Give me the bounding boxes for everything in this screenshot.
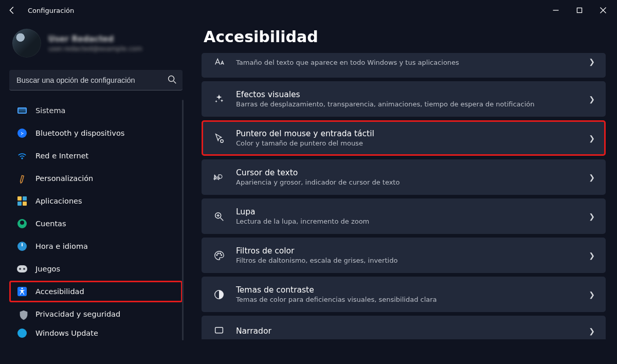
palette-icon (212, 249, 226, 262)
svg-point-7 (221, 139, 224, 142)
svg-point-14 (217, 252, 219, 253)
card-title: Efectos visuales (236, 90, 578, 99)
card-cursor-texto[interactable]: Ab Cursor de texto Apariencia y grosor, … (202, 159, 606, 195)
mouse-pointer-icon (212, 132, 226, 145)
sidebar-item-sistema[interactable]: Sistema (9, 100, 183, 121)
sidebar-item-label: Personalización (35, 174, 93, 183)
sidebar-item-label: Juegos (35, 265, 60, 273)
sparkle-icon (212, 93, 226, 106)
gamepad-icon (17, 264, 27, 274)
chevron-right-icon: ❯ (589, 134, 595, 142)
chevron-right-icon: ❯ (589, 212, 595, 221)
accessibility-icon (17, 286, 27, 297)
back-button[interactable] (2, 0, 23, 21)
narrator-icon (212, 324, 226, 338)
card-desc: Apariencia y grosor, indicador de cursor… (236, 178, 578, 186)
contrast-icon (212, 288, 226, 301)
chevron-right-icon: ❯ (589, 327, 595, 335)
chevron-right-icon: ❯ (589, 95, 595, 103)
avatar (12, 29, 41, 58)
update-icon (17, 328, 27, 338)
sidebar-item-windows-update[interactable]: Windows Update (9, 326, 183, 340)
sidebar-item-label: Windows Update (35, 329, 98, 337)
svg-point-4 (169, 76, 174, 81)
sidebar-item-label: Cuentas (35, 220, 66, 228)
wifi-icon (17, 151, 27, 161)
sidebar-item-label: Accesibilidad (35, 287, 84, 296)
minimize-button[interactable] (544, 0, 568, 21)
sidebar-item-bluetooth[interactable]: ᚛ Bluetooth y dispositivos (9, 122, 183, 144)
search-input[interactable] (16, 76, 166, 84)
sidebar-item-hora[interactable]: Hora e idioma (9, 235, 183, 257)
apps-icon (17, 196, 27, 206)
sidebar-item-red[interactable]: Red e Internet (9, 145, 183, 167)
shield-icon (17, 309, 27, 319)
card-title: Puntero del mouse y entrada táctil (236, 129, 578, 138)
user-email: user.redacted@example.com (48, 45, 142, 52)
clock-icon (17, 241, 27, 251)
card-desc: Color y tamaño de puntero del mouse (236, 139, 578, 147)
maximize-button[interactable] (568, 0, 591, 21)
sidebar-item-label: Red e Internet (35, 152, 88, 160)
bluetooth-icon: ᚛ (17, 128, 27, 138)
page-title: Accesibilidad (204, 28, 606, 46)
search-icon (166, 74, 177, 87)
chevron-right-icon: ❯ (589, 251, 595, 260)
sidebar-item-aplicaciones[interactable]: Aplicaciones (9, 190, 183, 212)
svg-point-13 (216, 254, 217, 256)
svg-text:Ab: Ab (213, 175, 220, 180)
text-cursor-icon: Ab (212, 171, 226, 184)
user-profile[interactable]: User Redacted user.redacted@example.com (9, 27, 183, 60)
card-desc: Lectura de la lupa, incremento de zoom (236, 217, 578, 225)
close-button[interactable] (591, 0, 615, 21)
sidebar-item-label: Sistema (35, 106, 65, 115)
svg-line-5 (174, 81, 176, 83)
magnifier-icon (212, 210, 226, 223)
svg-point-6 (22, 288, 23, 289)
card-puntero-mouse[interactable]: Puntero del mouse y entrada táctil Color… (202, 120, 606, 156)
card-temas-contraste[interactable]: Temas de contraste Temas de color para d… (202, 277, 606, 312)
card-desc: Filtros de daltonismo, escala de grises,… (236, 257, 578, 264)
card-desc: Temas de color para deficiencias visuale… (236, 296, 578, 303)
sidebar-item-cuentas[interactable]: Cuentas (9, 213, 183, 234)
card-title: Temas de contraste (236, 285, 578, 295)
sidebar-item-label: Bluetooth y dispositivos (35, 129, 124, 137)
card-tamano-texto[interactable]: Tamaño del texto que aparece en todo Win… (202, 53, 606, 78)
svg-rect-18 (215, 327, 223, 333)
sidebar-item-label: Aplicaciones (35, 197, 82, 205)
sidebar-item-privacidad[interactable]: Privacidad y seguridad (9, 303, 183, 325)
sidebar-item-personalizacion[interactable]: Personalización (9, 168, 183, 189)
brush-icon (17, 173, 27, 184)
card-filtros-color[interactable]: Filtros de color Filtros de daltonismo, … (202, 238, 606, 273)
svg-line-10 (221, 217, 224, 221)
sidebar-item-label: Privacidad y seguridad (35, 310, 120, 318)
chevron-right-icon: ❯ (589, 173, 595, 181)
monitor-icon (17, 105, 27, 116)
sidebar-item-label: Hora e idioma (35, 242, 88, 250)
svg-point-15 (220, 252, 221, 253)
card-title: Lupa (236, 207, 578, 216)
card-title: Filtros de color (236, 246, 578, 256)
sidebar-item-accesibilidad[interactable]: Accesibilidad (9, 281, 183, 302)
user-name: User Redacted (48, 34, 142, 44)
card-efectos-visuales[interactable]: Efectos visuales Barras de desplazamient… (202, 81, 606, 117)
svg-point-16 (221, 254, 222, 256)
card-title: Narrador (236, 326, 578, 336)
text-size-icon (212, 55, 226, 68)
card-lupa[interactable]: Lupa Lectura de la lupa, incremento de z… (202, 198, 606, 234)
card-narrador[interactable]: Narrador ❯ (202, 316, 606, 339)
chevron-right-icon: ❯ (589, 290, 595, 299)
app-title: Configuración (28, 7, 74, 14)
card-desc: Tamaño del texto que aparece en todo Win… (236, 59, 578, 66)
search-box[interactable] (9, 70, 183, 90)
user-icon (17, 219, 27, 229)
svg-rect-1 (577, 8, 582, 12)
card-title: Cursor de texto (236, 168, 578, 177)
card-desc: Barras de desplazamiento, transparencia,… (236, 100, 578, 108)
sidebar-item-juegos[interactable]: Juegos (9, 258, 183, 280)
chevron-right-icon: ❯ (589, 58, 595, 66)
